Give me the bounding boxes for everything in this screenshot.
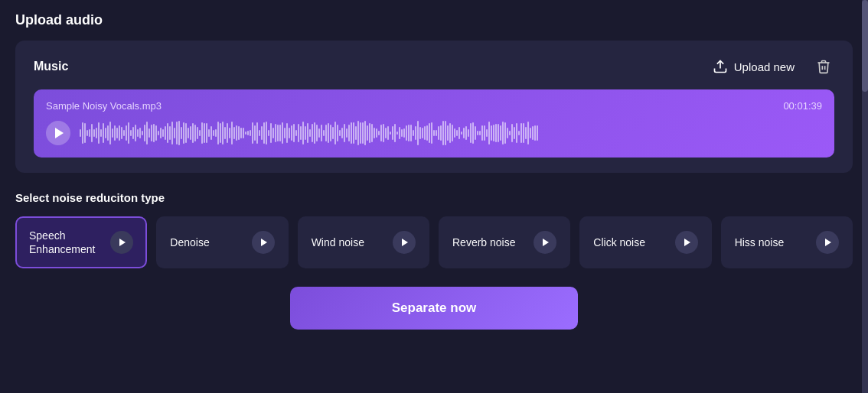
noise-label-speech-enhancement: Speech Enhancement <box>29 229 110 256</box>
play-icon <box>261 239 267 246</box>
music-label: Music <box>34 60 68 73</box>
noise-section: Select noise reduciton type Speech Enhan… <box>15 191 853 268</box>
audio-controls <box>46 119 822 147</box>
noise-play-button-hiss-noise[interactable] <box>816 231 839 254</box>
waveform <box>80 119 822 147</box>
play-icon <box>119 239 126 246</box>
upload-icon <box>713 59 728 74</box>
separate-now-button[interactable]: Separate now <box>290 287 578 330</box>
audio-filename: Sample Noisy Vocals.mp3 <box>46 100 162 112</box>
scrollbar-thumb[interactable] <box>862 0 868 92</box>
page-title: Upload audio <box>15 12 853 28</box>
noise-card-speech-enhancement[interactable]: Speech Enhancement <box>15 216 147 268</box>
section-title: Select noise reduciton type <box>15 191 853 204</box>
audio-player: Sample Noisy Vocals.mp3 00:01:39 <box>34 89 834 158</box>
play-icon <box>402 239 408 246</box>
noise-play-button-wind-noise[interactable] <box>393 231 416 254</box>
header-actions: Upload new <box>706 56 834 77</box>
noise-label-click-noise: Click noise <box>593 235 645 249</box>
play-icon <box>684 239 690 246</box>
noise-card-reverb-noise[interactable]: Reverb noise <box>439 216 570 268</box>
noise-label-reverb-noise: Reverb noise <box>452 235 516 249</box>
noise-label-hiss-noise: Hiss noise <box>735 235 785 249</box>
scrollbar[interactable] <box>862 0 868 393</box>
play-icon <box>55 128 64 138</box>
music-card: Music Upload new <box>15 41 853 173</box>
noise-card-wind-noise[interactable]: Wind noise <box>298 216 429 268</box>
upload-new-label: Upload new <box>734 60 795 73</box>
noise-card-click-noise[interactable]: Click noise <box>579 216 711 268</box>
music-card-header: Music Upload new <box>34 56 834 77</box>
play-icon <box>825 239 831 246</box>
noise-types: Speech EnhancementDenoiseWind noiseRever… <box>15 216 853 268</box>
noise-play-button-denoise[interactable] <box>252 231 275 254</box>
play-icon <box>543 239 549 246</box>
noise-play-button-reverb-noise[interactable] <box>534 231 556 254</box>
noise-play-button-click-noise[interactable] <box>675 231 698 254</box>
play-button[interactable] <box>46 121 70 145</box>
noise-play-button-speech-enhancement[interactable] <box>110 231 133 254</box>
audio-duration: 00:01:39 <box>783 100 822 112</box>
delete-button[interactable] <box>813 56 834 77</box>
noise-label-wind-noise: Wind noise <box>312 235 364 249</box>
upload-new-button[interactable]: Upload new <box>706 56 801 77</box>
separate-section: Separate now <box>15 287 853 330</box>
noise-card-hiss-noise[interactable]: Hiss noise <box>721 216 853 268</box>
noise-card-denoise[interactable]: Denoise <box>156 216 288 268</box>
audio-info: Sample Noisy Vocals.mp3 00:01:39 <box>46 100 822 112</box>
noise-label-denoise: Denoise <box>170 235 209 249</box>
